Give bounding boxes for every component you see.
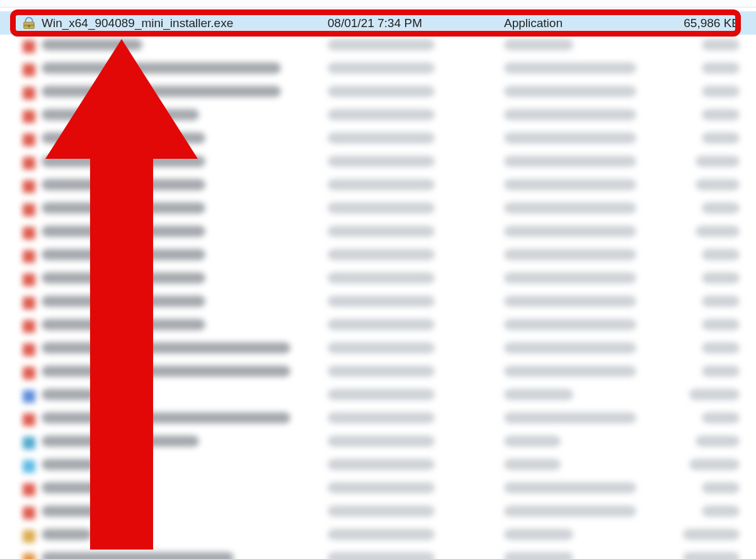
file-size-cell [668,132,756,147]
file-size-cell [668,412,756,427]
file-size-cell: 65,986 KB [668,16,756,30]
file-date-cell [328,296,504,310]
file-size-cell [668,109,756,124]
file-row[interactable] [0,501,756,524]
file-type-cell [504,529,668,543]
pdf-icon [20,180,38,193]
file-row[interactable] [0,245,756,268]
file-icon [20,530,38,543]
file-list[interactable]: Win_x64_904089_mini_installer.exe 08/01/… [0,11,756,559]
pdf-icon [20,227,38,239]
file-row[interactable] [0,361,756,384]
file-type-cell [504,226,668,240]
file-row[interactable] [0,128,756,151]
file-icon [20,553,38,560]
svg-point-2 [28,25,30,27]
file-row[interactable] [0,524,756,548]
file-date-cell [328,482,504,497]
file-date-cell [328,435,504,450]
file-row[interactable] [0,105,756,128]
file-row[interactable] [0,58,756,81]
file-date-cell [328,272,504,287]
file-name [38,202,328,217]
file-date-cell [328,389,504,403]
file-size-cell [668,272,756,287]
file-row[interactable] [0,198,756,221]
file-row[interactable] [0,384,756,408]
column-header-divider [0,0,756,8]
file-name: Win_x64_904089_mini_installer.exe [38,16,328,30]
file-row[interactable] [0,35,756,58]
file-row[interactable] [0,151,756,175]
file-row[interactable] [0,548,756,559]
file-name [38,109,328,124]
file-name [38,505,328,520]
file-row[interactable] [0,291,756,314]
pdf-icon [20,320,38,333]
file-size-cell [668,342,756,357]
file-row[interactable] [0,338,756,361]
file-row[interactable] [0,268,756,291]
file-type-cell [504,412,668,427]
file-icon [20,460,38,473]
file-size-cell [668,319,756,333]
file-date-cell [328,529,504,543]
file-explorer-details-view: Win_x64_904089_mini_installer.exe 08/01/… [0,0,756,559]
file-date-cell [328,156,504,170]
file-size-cell [668,529,756,543]
file-name [38,226,328,240]
file-row[interactable] [0,221,756,245]
pdf-icon [20,204,38,216]
pdf-icon [20,110,38,123]
file-row-selected[interactable]: Win_x64_904089_mini_installer.exe 08/01/… [0,11,756,35]
file-date-cell [328,132,504,147]
file-date-cell [328,202,504,217]
file-name [38,366,328,380]
file-row[interactable] [0,175,756,198]
file-row[interactable] [0,408,756,431]
pdf-icon [20,343,38,356]
file-name [38,156,328,170]
pdf-icon [20,87,38,100]
pdf-icon [20,157,38,170]
file-name [38,319,328,333]
file-row[interactable] [0,81,756,105]
file-name [38,62,328,77]
pdf-icon [20,297,38,309]
file-name [38,552,328,559]
file-name [38,435,328,450]
file-row[interactable] [0,454,756,478]
file-type-cell [504,39,668,54]
pdf-icon [20,250,38,263]
file-row[interactable] [0,478,756,501]
file-name [38,412,328,427]
file-type-cell [504,272,668,287]
file-type-cell: Application [504,16,668,30]
file-date-cell [328,179,504,193]
file-type-cell [504,435,668,450]
file-size-cell [668,202,756,217]
file-date-cell [328,459,504,473]
file-size-cell [668,505,756,520]
pdf-icon [20,274,38,286]
file-type-cell [504,342,668,357]
file-name [38,179,328,193]
file-row[interactable] [0,314,756,338]
installer-icon [20,16,38,30]
file-row[interactable] [0,431,756,454]
file-type-cell [504,62,668,77]
file-name [38,529,328,543]
file-date-cell [328,226,504,240]
file-date-cell [328,109,504,124]
file-type-cell [504,109,668,124]
file-size-cell [668,226,756,240]
file-type-cell [504,132,668,147]
pdf-icon [20,367,38,379]
file-name [38,482,328,497]
file-date-cell [328,62,504,77]
file-name [38,132,328,147]
file-size-cell [668,156,756,170]
file-type-cell [504,505,668,520]
file-name [38,459,328,473]
file-size-cell [668,482,756,497]
